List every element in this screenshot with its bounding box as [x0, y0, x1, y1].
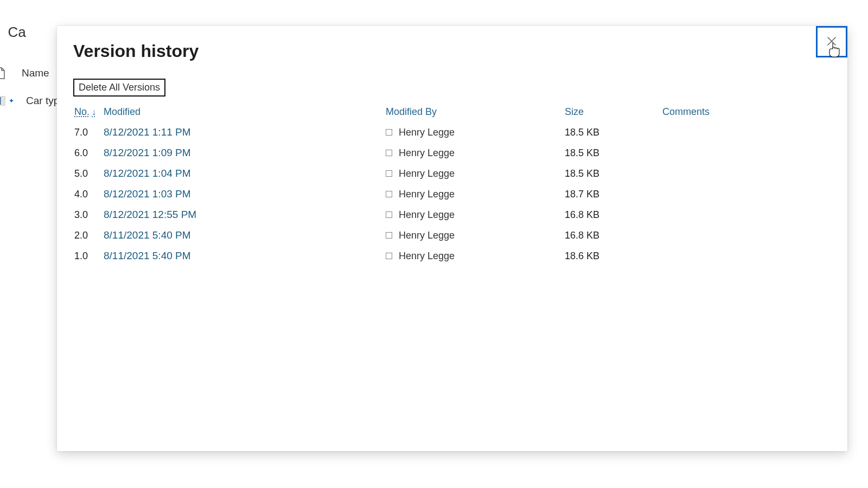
panel-title: Version history — [57, 26, 847, 67]
table-row: 7.08/12/2021 1:11 PMHenry Legge18.5 KB — [74, 122, 833, 143]
table-row: 1.08/11/2021 5:40 PMHenry Legge18.6 KB — [74, 246, 833, 266]
table-header-row: No. ↓ Modified Modified By Size Comments — [74, 106, 833, 118]
modified-by-name[interactable]: Henry Legge — [399, 251, 455, 262]
version-number: 1.0 — [74, 251, 104, 262]
presence-icon — [386, 170, 392, 177]
table-row: 3.08/12/2021 12:55 PMHenry Legge16.8 KB — [74, 204, 833, 225]
modified-by-name[interactable]: Henry Legge — [399, 189, 455, 200]
table-row: 6.08/12/2021 1:09 PMHenry Legge18.5 KB — [74, 143, 833, 163]
version-size: 18.7 KB — [565, 189, 662, 200]
version-size: 18.5 KB — [565, 127, 662, 138]
version-modified-cell: 8/12/2021 12:55 PM — [104, 209, 386, 221]
version-modified-link[interactable]: 8/12/2021 12:55 PM — [104, 209, 196, 220]
version-size: 18.6 KB — [565, 251, 662, 262]
version-modified-by: Henry Legge — [386, 251, 565, 262]
table-row: 5.08/12/2021 1:04 PMHenry Legge18.5 KB — [74, 163, 833, 184]
presence-icon — [386, 150, 392, 156]
modified-by-name[interactable]: Henry Legge — [399, 168, 455, 179]
version-modified-link[interactable]: 8/12/2021 1:03 PM — [104, 188, 191, 200]
version-modified-link[interactable]: 8/12/2021 1:09 PM — [104, 147, 191, 158]
version-modified-by: Henry Legge — [386, 168, 565, 179]
column-header-modified[interactable]: Modified — [104, 106, 386, 118]
table-row: 4.08/12/2021 1:03 PMHenry Legge18.7 KB — [74, 184, 833, 204]
close-icon — [827, 35, 837, 48]
delete-all-versions-button[interactable]: Delete All Versions — [73, 79, 165, 97]
version-number: 7.0 — [74, 127, 104, 138]
modified-by-name[interactable]: Henry Legge — [399, 127, 455, 138]
version-modified-cell: 8/12/2021 1:04 PM — [104, 168, 386, 179]
version-modified-cell: 8/12/2021 1:09 PM — [104, 147, 386, 159]
modified-by-name[interactable]: Henry Legge — [399, 230, 455, 241]
presence-icon — [386, 232, 392, 239]
version-size: 18.5 KB — [565, 147, 662, 159]
version-modified-cell: 8/11/2021 5:40 PM — [104, 250, 386, 262]
version-number: 5.0 — [74, 168, 104, 179]
version-modified-by: Henry Legge — [386, 189, 565, 200]
column-header-no-label: No. — [74, 106, 90, 118]
version-modified-cell: 8/11/2021 5:40 PM — [104, 229, 386, 241]
presence-icon — [386, 191, 392, 197]
version-modified-link[interactable]: 8/11/2021 5:40 PM — [104, 229, 191, 241]
sort-descending-icon: ↓ — [92, 107, 96, 117]
close-button[interactable] — [816, 26, 847, 57]
version-modified-by: Henry Legge — [386, 127, 565, 138]
column-header-no[interactable]: No. ↓ — [74, 106, 104, 118]
version-size: 16.8 KB — [565, 230, 662, 241]
presence-icon — [386, 129, 392, 136]
column-header-size[interactable]: Size — [565, 106, 662, 118]
version-number: 4.0 — [74, 189, 104, 200]
table-row: 2.08/11/2021 5:40 PMHenry Legge16.8 KB — [74, 225, 833, 246]
column-header-modified-by[interactable]: Modified By — [386, 106, 565, 118]
version-modified-by: Henry Legge — [386, 230, 565, 241]
version-number: 2.0 — [74, 230, 104, 241]
version-size: 18.5 KB — [565, 168, 662, 179]
version-modified-cell: 8/12/2021 1:11 PM — [104, 126, 386, 138]
version-modified-by: Henry Legge — [386, 209, 565, 221]
version-number: 6.0 — [74, 147, 104, 159]
presence-icon — [386, 253, 392, 259]
version-modified-by: Henry Legge — [386, 147, 565, 159]
modified-by-name[interactable]: Henry Legge — [399, 209, 455, 221]
presence-icon — [386, 211, 392, 218]
version-size: 16.8 KB — [565, 209, 662, 221]
version-modified-link[interactable]: 8/11/2021 5:40 PM — [104, 250, 191, 261]
column-header-comments[interactable]: Comments — [662, 106, 771, 118]
version-number: 3.0 — [74, 209, 104, 221]
version-modified-link[interactable]: 8/12/2021 1:11 PM — [104, 126, 191, 138]
version-modified-cell: 8/12/2021 1:03 PM — [104, 188, 386, 200]
version-modified-link[interactable]: 8/12/2021 1:04 PM — [104, 168, 191, 179]
version-history-panel: Version history Delete All Versions No. … — [57, 26, 847, 451]
version-history-table: No. ↓ Modified Modified By Size Comments… — [74, 106, 833, 266]
modified-by-name[interactable]: Henry Legge — [399, 147, 455, 159]
